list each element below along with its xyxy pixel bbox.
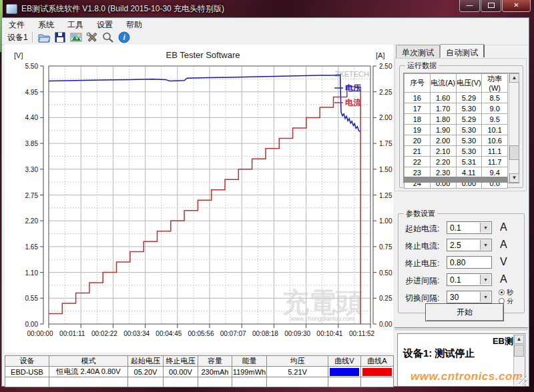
svg-text:00:11:52: 00:11:52 <box>349 330 375 337</box>
close-button[interactable]: ✕ <box>502 0 531 12</box>
param-label: 切换间隔: <box>405 293 439 304</box>
run-col-header: 功率(W) <box>482 74 508 93</box>
run-table-cell: 5.30 <box>456 135 482 146</box>
run-table-cell: 1.60 <box>430 93 456 103</box>
zoom-icon[interactable] <box>100 31 116 44</box>
log-scroll-up-icon[interactable]: ▲ <box>514 335 524 344</box>
param-unit: A <box>500 239 507 251</box>
resize-grip[interactable] <box>519 376 527 385</box>
dropdown-arrow-icon[interactable]: ▼ <box>480 223 491 233</box>
svg-text:www.chongdiantou.com: www.chongdiantou.com <box>290 315 354 322</box>
svg-text:0.50: 0.50 <box>379 269 392 277</box>
run-table-row: 212.105.3011.1 <box>405 146 508 157</box>
run-table-row: 191.905.3010.1 <box>405 125 508 135</box>
run-table-cell: 21 <box>405 146 431 157</box>
screenshot-icon[interactable] <box>68 31 84 44</box>
title-bar: EB测试系统软件 V1.8.0 (Build 2015-10-30 充电头特别版… <box>0 0 534 17</box>
menu-item-1[interactable]: 系统 <box>31 18 61 30</box>
run-table-row: 222.205.3111.7 <box>405 157 508 167</box>
param-input-0[interactable]: 0.1▼ <box>447 221 492 234</box>
status-col-header: 容量 <box>198 356 232 367</box>
svg-text:2.00: 2.00 <box>379 114 392 121</box>
tools-icon[interactable] <box>84 31 100 44</box>
run-table-cell: 17 <box>405 103 431 114</box>
curve-v-cell <box>328 367 361 377</box>
run-table-cell: 5.29 <box>456 114 482 125</box>
dropdown-arrow-icon[interactable]: ▼ <box>480 275 491 285</box>
status-empty-cell <box>198 377 232 387</box>
chart: ZKETECH充電頭www.chongdiantou.com5.504.954.… <box>5 45 393 353</box>
svg-text:4.40: 4.40 <box>25 114 39 121</box>
toolbar: 设备1 i <box>2 30 529 45</box>
site-watermark: www.cntronics.com <box>411 370 531 383</box>
app-icon <box>6 4 17 14</box>
tab-auto-test[interactable]: 自动测试 <box>440 44 485 57</box>
svg-text:2.25: 2.25 <box>379 89 392 96</box>
run-table-scrollbar[interactable]: ▲ ▼ <box>509 73 519 183</box>
auto-test-panel: 运行数据 序号电流(A)电压(V)功率(W) 161.605.298.5171.… <box>394 58 527 191</box>
menu-item-2[interactable]: 工具 <box>61 18 90 30</box>
run-table-cell: 5.30 <box>456 125 482 135</box>
svg-text:0.25: 0.25 <box>379 295 392 302</box>
scroll-down-icon[interactable]: ▼ <box>509 173 519 183</box>
param-label: 终止电流: <box>405 241 439 252</box>
device-selector[interactable]: 设备1 <box>2 32 32 43</box>
run-table-cell: 9.5 <box>482 114 508 125</box>
status-col-header: 终止电压 <box>164 356 198 367</box>
open-folder-icon[interactable] <box>36 31 52 44</box>
minimize-button[interactable]: — <box>459 0 480 12</box>
run-table-cell: 1.70 <box>430 103 456 114</box>
maximize-icon <box>488 3 495 8</box>
info-icon[interactable]: i <box>116 31 132 44</box>
svg-text:2.75: 2.75 <box>25 192 39 199</box>
param-input-1[interactable]: 2.5▼ <box>447 239 492 251</box>
menu-item-3[interactable]: 设置 <box>90 18 119 30</box>
scrollbar-thumb[interactable] <box>509 145 519 160</box>
status-col-header: 曲线V <box>328 356 361 367</box>
log-scrollbar-thumb[interactable] <box>514 345 524 357</box>
svg-text:[A]: [A] <box>376 51 384 59</box>
dropdown-arrow-icon[interactable]: ▼ <box>480 292 491 302</box>
param-row-1: 终止电流:2.5▼A <box>398 238 524 253</box>
status-empty-cell <box>128 377 164 387</box>
run-table-cell: 16 <box>405 93 431 103</box>
svg-text:1.65: 1.65 <box>25 243 39 251</box>
run-table-cell: 8.5 <box>482 93 508 103</box>
start-button[interactable]: 开始 <box>425 303 504 321</box>
status-cell: 恒电流 2.40A 0.80V <box>49 367 128 377</box>
menu-item-0[interactable]: 文件 <box>2 18 31 30</box>
radio-icon[interactable] <box>499 289 505 295</box>
save-icon[interactable] <box>52 31 68 44</box>
radio-label: 分 <box>507 297 513 306</box>
param-unit: A <box>500 273 507 285</box>
maximize-button[interactable] <box>481 0 501 12</box>
svg-text:1.00: 1.00 <box>379 217 392 225</box>
tab-single-test[interactable]: 单次测试 <box>396 45 440 58</box>
scroll-up-icon[interactable]: ▲ <box>509 73 519 83</box>
run-table-cell: 5.31 <box>456 157 482 167</box>
param-unit: A <box>500 221 507 233</box>
status-empty-cell <box>361 377 394 387</box>
param-input-4[interactable]: 30▼ <box>447 291 492 303</box>
svg-text:0.00: 0.00 <box>379 321 392 328</box>
param-input-3[interactable]: 0.1▼ <box>447 273 492 286</box>
status-col-header: 设备 <box>5 356 49 367</box>
menu-item-4[interactable]: 帮助 <box>119 18 149 30</box>
status-cell: 1199mWh <box>232 367 267 377</box>
window-title: EB测试系统软件 V1.8.0 (Build 2015-10-30 充电头特别版… <box>21 3 224 15</box>
run-col-header: 电压(V) <box>456 74 482 93</box>
curve-a-swatch <box>362 368 392 376</box>
run-table-cell: 18 <box>405 114 431 125</box>
param-input-2[interactable]: 0.80 <box>447 256 492 269</box>
status-cell: 05.20V <box>128 367 164 377</box>
run-table-cell: 19 <box>405 125 431 135</box>
dropdown-arrow-icon[interactable]: ▼ <box>480 240 491 250</box>
panel-splitter[interactable] <box>394 327 528 331</box>
status-col-header: 能量 <box>232 356 267 367</box>
radio-option[interactable]: 秒 <box>499 288 513 297</box>
status-cell: EBD-USB <box>5 367 49 377</box>
run-col-header: 序号 <box>405 74 431 93</box>
svg-text:电压: 电压 <box>345 83 361 93</box>
run-table-cell: 10.1 <box>482 125 508 135</box>
toolbar-separator <box>32 32 33 43</box>
